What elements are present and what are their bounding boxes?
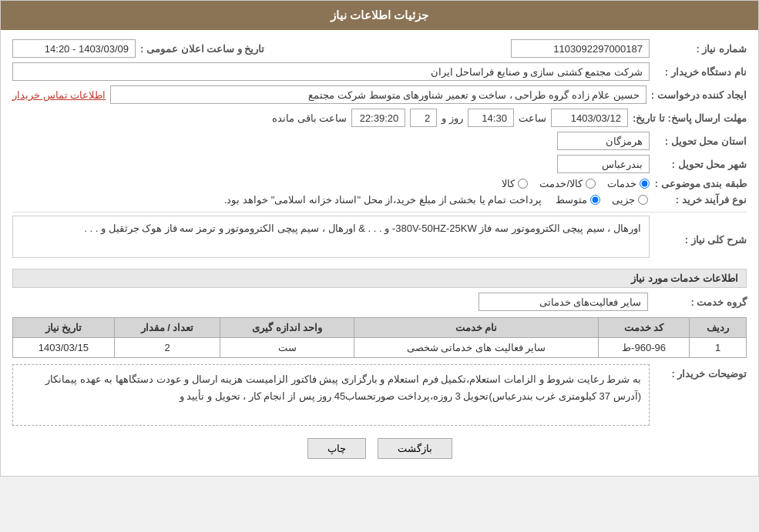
radio-jozei-label: جزیی: [612, 194, 635, 206]
th-radif: ردیف: [690, 318, 747, 338]
sharh-row: شرح کلی نیاز : اورهال ، سیم پیچی الکتروم…: [12, 216, 747, 264]
rooz-value: 2: [410, 109, 437, 127]
nooe-row: نوع فرآیند خرید : جزیی متوسط پرداخت تمام…: [12, 194, 747, 206]
saat-value: 14:30: [468, 109, 514, 127]
back-button[interactable]: بازگشت: [378, 438, 452, 459]
th-vahed: واحد اندازه گیری: [220, 318, 354, 338]
nam-dastgah-label: نام دستگاه خریدار :: [654, 66, 747, 78]
table-row: 1960-96-طسایر فعالیت های خدماتی شخصیست21…: [13, 338, 747, 358]
radio-kala-khadamat-input[interactable]: [586, 179, 596, 189]
radio-kala-khadamat-label: کالا/خدمت: [539, 178, 583, 189]
group-value: سایر فعالیت‌های خدماتی: [479, 293, 648, 311]
nam-dastgah-value: شرکت مجتمع کشتی سازی و صنایع فراساحل ایر…: [12, 62, 650, 81]
rooz-label: روز و: [442, 112, 463, 124]
table-cell-kod: 960-96-ط: [598, 338, 689, 358]
notes-label: توضیحات خریدار :: [654, 364, 747, 380]
shomare-niaz-value: 1103092297000187: [511, 39, 650, 58]
tarikh-value: 1403/03/09 - 14:20: [12, 39, 136, 58]
radio-jozei-item: جزیی: [612, 194, 648, 206]
radio-motavasset-input[interactable]: [590, 195, 600, 205]
radio-kala-item: کالا: [502, 178, 528, 189]
countdown-value: 22:39:20: [351, 109, 405, 127]
nooe-radio-group: جزیی متوسط: [556, 194, 648, 206]
tasnif-radio-group: خدمات کالا/خدمت کالا: [502, 178, 650, 189]
page-title: جزئیات اطلاعات نیاز: [331, 8, 428, 22]
mohlat-row: مهلت ارسال پاسخ: تا تاریخ: 1403/03/12 سا…: [12, 109, 747, 127]
radio-khadamat-item: خدمات: [607, 178, 650, 189]
saat-label: ساعت: [519, 112, 546, 124]
sharh-label: شرح کلی نیاز :: [654, 234, 747, 246]
shomare-niaz-label: شماره نیاز :: [654, 43, 747, 55]
radio-kala-khadamat-item: کالا/خدمت: [539, 178, 596, 189]
table-cell-tedad: 2: [114, 338, 220, 358]
ostan-value: هرمزگان: [557, 132, 650, 150]
services-section-title: اطلاعات خدمات مورد نیاز: [12, 269, 747, 288]
radio-motavasset-label: متوسط: [556, 194, 587, 206]
ijad-konande-row: ایجاد کننده درخواست : حسین علام زاده گرو…: [12, 85, 747, 104]
radio-kala-input[interactable]: [518, 179, 528, 189]
buttons-row: بازگشت چاپ: [12, 438, 747, 459]
ijad-konande-value: حسین علام زاده گروه طراحی ، ساخت و تعمیر…: [110, 85, 646, 104]
services-table: ردیف کد خدمت نام خدمت واحد اندازه گیری ت…: [12, 317, 747, 358]
date-value: 1403/03/12: [551, 109, 628, 127]
page-header: جزئیات اطلاعات نیاز: [1, 1, 758, 30]
group-row: گروه خدمت : سایر فعالیت‌های خدماتی: [12, 293, 747, 311]
group-label: گروه خدمت :: [654, 296, 747, 308]
nooe-label: نوع فرآیند خرید :: [654, 194, 747, 206]
ostan-label: استان محل تحویل :: [654, 136, 747, 147]
shahr-row: شهر محل تحویل : بندرعباس: [12, 155, 747, 173]
radio-motavasset-item: متوسط: [556, 194, 600, 206]
radio-kala-label: کالا: [502, 178, 515, 189]
notes-value: به شرط رعایت شروط و الزامات استعلام،تکمی…: [12, 364, 650, 426]
ettelaat-link[interactable]: اطلاعات تماس خریدار: [12, 89, 106, 101]
shomare-niaz-row: شماره نیاز : 1103092297000187 تاریخ و سا…: [12, 39, 747, 58]
print-button[interactable]: چاپ: [307, 438, 366, 459]
table-cell-nam: سایر فعالیت های خدماتی شخصی: [354, 338, 599, 358]
th-tarikh: تاریخ نیاز: [13, 318, 115, 338]
th-nam: نام خدمت: [354, 318, 599, 338]
nooe-description: پرداخت تمام یا بخشی از مبلغ خرید،از محل …: [224, 194, 542, 206]
tarikh-label: تاریخ و ساعت اعلان عمومی :: [140, 43, 264, 55]
radio-khadamat-label: خدمات: [607, 178, 636, 189]
mohlat-label: مهلت ارسال پاسخ: تا تاریخ:: [633, 112, 747, 124]
table-cell-tarikh: 1403/03/15: [13, 338, 115, 358]
ostan-row: استان محل تحویل : هرمزگان: [12, 132, 747, 150]
notes-row: توضیحات خریدار : به شرط رعایت شروط و الز…: [12, 364, 747, 433]
th-kod: کد خدمت: [598, 318, 689, 338]
radio-khadamat-input[interactable]: [640, 179, 650, 189]
table-cell-vahed: ست: [220, 338, 354, 358]
th-tedad: تعداد / مقدار: [114, 318, 220, 338]
tasnif-label: طبقه بندی موضوعی :: [654, 178, 747, 189]
shahr-value: بندرعباس: [557, 155, 650, 173]
radio-jozei-input[interactable]: [638, 195, 648, 205]
table-cell-radif: 1: [690, 338, 747, 358]
nam-dastgah-row: نام دستگاه خریدار : شرکت مجتمع کشتی سازی…: [12, 62, 747, 81]
baqi-mande-label: ساعت باقی مانده: [272, 112, 347, 124]
shahr-label: شهر محل تحویل :: [654, 159, 747, 170]
tasnif-row: طبقه بندی موضوعی : خدمات کالا/خدمت کالا: [12, 178, 747, 189]
ijad-konande-label: ایجاد کننده درخواست :: [651, 89, 747, 101]
sharh-value: اورهال ، سیم پیچی الکتروموتور سه فاز 380…: [12, 216, 650, 258]
